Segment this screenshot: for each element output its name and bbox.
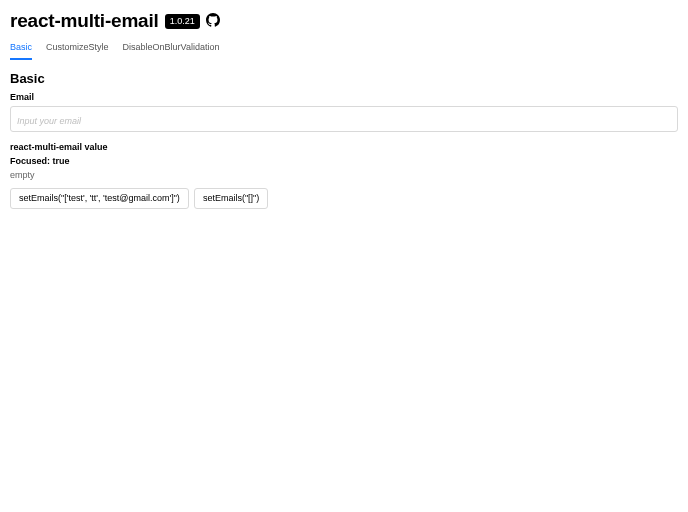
focused-value: true — [53, 156, 70, 166]
email-input-container[interactable] — [10, 106, 678, 132]
header: react-multi-email 1.0.21 — [10, 10, 678, 32]
email-field-label: Email — [10, 92, 678, 102]
current-value: empty — [10, 170, 678, 180]
focused-label: Focused: — [10, 156, 53, 166]
tabs: Basic CustomizeStyle DisableOnBlurValida… — [10, 38, 678, 61]
set-emails-empty-button[interactable]: setEmails("[]") — [194, 188, 268, 209]
github-link[interactable] — [206, 13, 220, 30]
section-title: Basic — [10, 71, 678, 86]
set-emails-sample-button[interactable]: setEmails("['test', 'tt', 'test@gmail.co… — [10, 188, 189, 209]
value-heading: react-multi-email value — [10, 142, 678, 152]
github-icon — [206, 13, 220, 30]
button-row: setEmails("['test', 'tt', 'test@gmail.co… — [10, 188, 678, 209]
tab-disable-on-blur-validation[interactable]: DisableOnBlurValidation — [123, 38, 220, 60]
version-badge: 1.0.21 — [165, 14, 200, 29]
tab-customize-style[interactable]: CustomizeStyle — [46, 38, 109, 60]
email-input[interactable] — [17, 116, 671, 126]
app-title: react-multi-email — [10, 10, 159, 32]
tab-basic[interactable]: Basic — [10, 38, 32, 60]
focused-status: Focused: true — [10, 156, 678, 166]
